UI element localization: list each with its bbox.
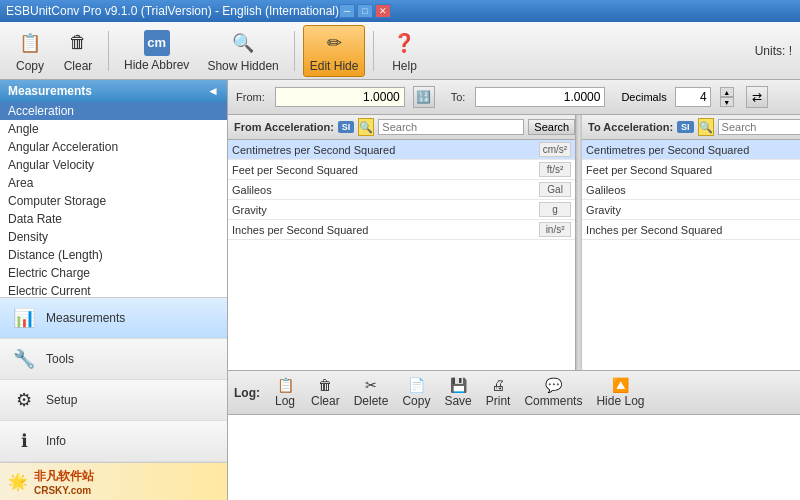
window-controls: ─ □ ✕ [339, 4, 391, 18]
decimals-up[interactable]: ▲ [720, 87, 734, 97]
cm-icon: cm [144, 30, 170, 56]
table-row[interactable]: Feet per Second Squaredft/s² [582, 160, 800, 180]
to-filter-button[interactable]: 🔍 [698, 118, 714, 136]
table-row[interactable]: Inches per Second Squaredin/s² [228, 220, 575, 240]
sidebar-header: Measurements ◄ [0, 80, 227, 102]
log-label: Log: [234, 386, 260, 400]
measurement-item[interactable]: Area [0, 174, 227, 192]
from-panel: From Acceleration: SI 🔍 Search 🔰 Centime… [228, 115, 576, 370]
to-panel: To Acceleration: SI 🔍 Search 🔰 Centimetr… [582, 115, 800, 370]
nav-item-measurements[interactable]: 📊Measurements [0, 298, 227, 339]
clear-icon: 🗑 [64, 29, 92, 57]
from-filter-button[interactable]: 🔍 [358, 118, 374, 136]
toolbar-separator-3 [373, 31, 374, 71]
nav-icon-info: ℹ [10, 427, 38, 455]
log-content [228, 415, 800, 500]
measurement-item[interactable]: Angular Velocity [0, 156, 227, 174]
table-row[interactable]: Inches per Second Squaredin/s² [582, 220, 800, 240]
log-toolbar: Log: 📋Log🗑Clear✂Delete📄Copy💾Save🖨Print💬C… [228, 371, 800, 415]
from-label: From: [236, 91, 265, 103]
main-area: Measurements ◄ AccelerationAngleAngular … [0, 80, 800, 500]
toolbar-separator-2 [294, 31, 295, 71]
table-row[interactable]: GalileosGal [582, 180, 800, 200]
nav-item-tools[interactable]: 🔧Tools [0, 339, 227, 380]
from-search-button[interactable]: Search [528, 119, 575, 135]
nav-icon-setup: ⚙ [10, 386, 38, 414]
log-clear-button[interactable]: 🗑Clear [306, 374, 345, 411]
minimize-button[interactable]: ─ [339, 4, 355, 18]
log-log-button[interactable]: 📋Log [268, 374, 302, 411]
main-toolbar: 📋 Copy 🗑 Clear cm Hide Abbrev 🔍 Show Hid… [0, 22, 800, 80]
to-panel-title: To Acceleration: [588, 121, 673, 133]
nav-item-setup[interactable]: ⚙Setup [0, 380, 227, 421]
copy-icon: 📋 [16, 29, 44, 57]
table-row[interactable]: Feet per Second Squaredft/s² [228, 160, 575, 180]
sidebar: Measurements ◄ AccelerationAngleAngular … [0, 80, 228, 500]
copy-toolbar-button[interactable]: 📋 Copy [8, 25, 52, 77]
table-row[interactable]: Gravityg [228, 200, 575, 220]
table-row[interactable]: Gravityg [582, 200, 800, 220]
log-hide-log-button[interactable]: 🔼Hide Log [591, 374, 649, 411]
to-si-badge: SI [677, 121, 694, 133]
toolbar-separator-1 [108, 31, 109, 71]
nav-icon-tools: 🔧 [10, 345, 38, 373]
measurement-item[interactable]: Data Rate [0, 210, 227, 228]
table-row[interactable]: GalileosGal [228, 180, 575, 200]
measurement-item[interactable]: Computer Storage [0, 192, 227, 210]
edit-hide-button[interactable]: ✏ Edit Hide [303, 25, 366, 77]
measurements-list: AccelerationAngleAngular AccelerationAng… [0, 102, 227, 297]
to-input[interactable] [475, 87, 605, 107]
fromto-row: From: 🔢 To: Decimals ▲ ▼ ⇄ [228, 80, 800, 115]
show-hidden-icon: 🔍 [229, 29, 257, 57]
decimals-down[interactable]: ▼ [720, 97, 734, 107]
conversion-area: From Acceleration: SI 🔍 Search 🔰 Centime… [228, 115, 800, 370]
measurement-item[interactable]: Distance (Length) [0, 246, 227, 264]
from-search-input[interactable] [378, 119, 524, 135]
from-panel-title: From Acceleration: [234, 121, 334, 133]
swap-button[interactable]: ⇄ [746, 86, 768, 108]
from-input[interactable] [275, 87, 405, 107]
table-row[interactable]: Centimetres per Second Squaredcm/s² [582, 140, 800, 160]
maximize-button[interactable]: □ [357, 4, 373, 18]
watermark-text: 非凡软件站 [34, 468, 94, 485]
app-title: ESBUnitConv Pro v9.1.0 (TrialVersion) - … [6, 4, 339, 18]
to-units-table: Centimetres per Second Squaredcm/s²Feet … [582, 140, 800, 370]
cm-toolbar-button[interactable]: cm Hide Abbrev [117, 26, 196, 76]
help-icon: ❓ [390, 29, 418, 57]
decimals-spinner: ▲ ▼ [720, 87, 734, 107]
log-copy-button[interactable]: 📄Copy [397, 374, 435, 411]
to-search-input[interactable] [718, 119, 800, 135]
sidebar-navigation: 📊Measurements🔧Tools⚙SetupℹInfo [0, 297, 227, 462]
from-si-badge: SI [338, 121, 355, 133]
edit-hide-icon: ✏ [320, 29, 348, 57]
nav-item-info[interactable]: ℹInfo [0, 421, 227, 462]
measurement-item[interactable]: Angle [0, 120, 227, 138]
measurement-item[interactable]: Electric Current [0, 282, 227, 297]
sidebar-title: Measurements [8, 84, 92, 98]
collapse-icon[interactable]: ◄ [207, 84, 219, 98]
from-panel-header: From Acceleration: SI 🔍 Search 🔰 [228, 115, 575, 140]
measurement-item[interactable]: Electric Charge [0, 264, 227, 282]
watermark-subtext: CRSKY.com [34, 485, 94, 496]
log-delete-button[interactable]: ✂Delete [349, 374, 394, 411]
table-row[interactable]: Centimetres per Second Squaredcm/s² [228, 140, 575, 160]
to-label: To: [451, 91, 466, 103]
log-save-button[interactable]: 💾Save [439, 374, 476, 411]
decimals-label: Decimals [621, 91, 666, 103]
to-panel-header: To Acceleration: SI 🔍 Search 🔰 [582, 115, 800, 140]
from-calc-button[interactable]: 🔢 [413, 86, 435, 108]
show-hidden-button[interactable]: 🔍 Show Hidden [200, 25, 285, 77]
decimals-input[interactable] [675, 87, 711, 107]
close-button[interactable]: ✕ [375, 4, 391, 18]
measurement-item[interactable]: Acceleration [0, 102, 227, 120]
clear-toolbar-button[interactable]: 🗑 Clear [56, 25, 100, 77]
watermark: 🌟 非凡软件站 CRSKY.com [0, 462, 227, 500]
from-units-table: Centimetres per Second Squaredcm/s²Feet … [228, 140, 575, 370]
log-comments-button[interactable]: 💬Comments [519, 374, 587, 411]
help-button[interactable]: ❓ Help [382, 25, 426, 77]
titlebar: ESBUnitConv Pro v9.1.0 (TrialVersion) - … [0, 0, 800, 22]
units-display: Units: ! [755, 44, 792, 58]
measurement-item[interactable]: Angular Acceleration [0, 138, 227, 156]
log-print-button[interactable]: 🖨Print [481, 374, 516, 411]
measurement-item[interactable]: Density [0, 228, 227, 246]
